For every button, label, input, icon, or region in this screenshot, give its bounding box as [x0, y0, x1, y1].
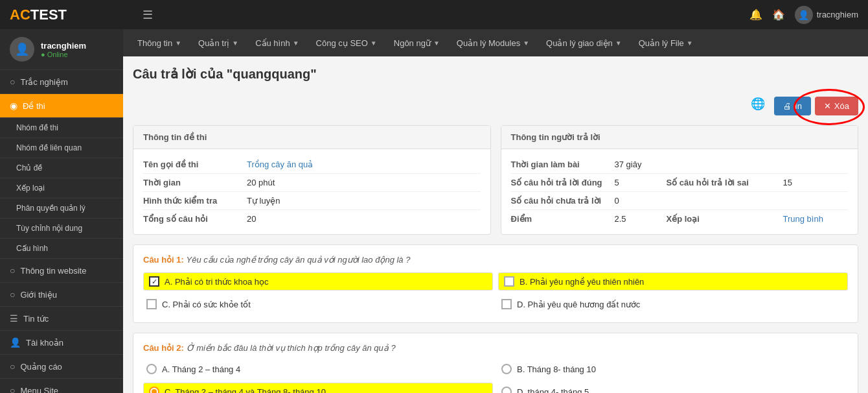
sidebar-status: Online — [41, 51, 86, 58]
sidebar-item-phan-quyen[interactable]: Phân quyền quản lý — [0, 198, 123, 219]
notification-icon[interactable]: 🔔 — [749, 8, 762, 21]
circle-icon: ○ — [10, 361, 15, 372]
exam-info-row-0: Tên gọi đề thi Trồng cây ăn quả — [143, 156, 481, 174]
top-bar: ACTEST ☰ 🔔 🏠 👤 tracnghiem — [0, 0, 868, 29]
nav-quan-tri[interactable]: Quản trị ▼ — [190, 29, 246, 56]
option-0-3: D. Phải yêu quê hương đất nước — [498, 296, 848, 313]
option-0-2: C. Phải có sức khỏe tốt — [143, 296, 493, 313]
sidebar-item-tuy-chinh[interactable]: Tùy chỉnh nội dung — [0, 219, 123, 239]
radio-icon[interactable] — [146, 364, 157, 374]
chevron-down-icon: ▼ — [371, 40, 377, 47]
option-label: D. Phải yêu quê hương đất nước — [517, 300, 640, 309]
checkbox-icon[interactable] — [146, 299, 157, 309]
avatar: 👤 — [795, 6, 813, 24]
sidebar-item-menu-site[interactable]: ○ Menu Site — [0, 379, 123, 393]
sidebar-item-cau-hinh[interactable]: Cấu hình — [0, 239, 123, 259]
option-0-1: B. Phải yêu nghề yêu thiên nhiên — [498, 272, 848, 291]
page-title: Câu trả lời của "quangquang" — [133, 66, 858, 87]
chevron-down-icon: ▼ — [293, 40, 299, 47]
radio-icon[interactable] — [501, 364, 512, 374]
question-text: Yêu cầu của nghề trồng cây ăn quả với ng… — [187, 255, 411, 265]
option-0-0: A. Phải có tri thức khoa học — [143, 272, 493, 291]
sidebar-item-tai-khoan[interactable]: 👤 Tài khoản — [0, 331, 123, 355]
chevron-down-icon: ▼ — [615, 40, 622, 47]
user-icon: 👤 — [10, 337, 21, 348]
question-number: Câu hỏi 2: — [143, 343, 184, 353]
question-number: Câu hỏi 1: — [143, 255, 184, 265]
globe-icon[interactable]: 🌐 — [751, 97, 765, 115]
delete-button[interactable]: ✕ Xóa — [815, 97, 858, 115]
sidebar-item-quang-cao[interactable]: ○ Quảng cáo — [0, 355, 123, 379]
option-label: B. Phải yêu nghề yêu thiên nhiên — [520, 277, 644, 287]
question-header-0: Câu hỏi 1: Yêu cầu của nghề trồng cây ăn… — [143, 255, 848, 265]
respondent-row-1: Số câu hỏi trả lời đúng 5 Số câu hỏi trả… — [511, 174, 849, 192]
sidebar-item-thong-tin-website[interactable]: ○ Thông tin website — [0, 259, 123, 283]
chevron-down-icon: ▼ — [232, 40, 238, 47]
question-text: Ở miền bắc đâu là thời vụ thích hợp trồn… — [187, 343, 396, 353]
sidebar-item-de-thi[interactable]: ◉ Đề thi — [0, 94, 123, 118]
chevron-down-icon: ▼ — [523, 40, 529, 47]
radio-icon[interactable] — [149, 387, 159, 393]
exam-info-body: Tên gọi đề thi Trồng cây ăn quả Thời gia… — [133, 149, 490, 234]
option-label: D. tháng 4- tháng 5 — [517, 387, 589, 394]
home-icon[interactable]: 🏠 — [772, 8, 785, 21]
respondent-row-2: Số câu hỏi chưa trả lời 0 — [511, 192, 849, 210]
options-grid-1: A. Tháng 2 – tháng 4B. Tháng 8- tháng 10… — [143, 361, 848, 393]
question-block-0: Câu hỏi 1: Yêu cầu của nghề trồng cây ăn… — [133, 244, 858, 323]
checkbox-icon[interactable] — [504, 276, 514, 287]
sidebar-item-xep-loai[interactable]: Xếp loại — [0, 178, 123, 198]
nav-thong-tin[interactable]: Thông tin ▼ — [130, 29, 189, 56]
radio-icon[interactable] — [501, 387, 512, 393]
checkbox-icon[interactable] — [501, 299, 512, 309]
nav-quan-ly-modules[interactable]: Quản lý Modules ▼ — [449, 29, 537, 56]
nav-cong-cu-seo[interactable]: Công cụ SEO ▼ — [308, 29, 385, 56]
sidebar-item-nhom-de-thi[interactable]: Nhóm đề thi — [0, 118, 123, 138]
logo-text: ACTEST — [10, 6, 67, 23]
exam-info-row-3: Tổng số câu hỏi 20 — [143, 210, 481, 228]
circle-icon: ○ — [10, 385, 15, 393]
exam-info-panel: Thông tin đề thi Tên gọi đề thi Trồng câ… — [133, 125, 491, 235]
option-1-1: B. Tháng 8- tháng 10 — [498, 361, 848, 377]
option-1-2: C. Tháng 2 – tháng 4 và Tháng 8- tháng 1… — [143, 383, 493, 393]
checkbox-icon[interactable] — [149, 276, 159, 287]
exam-info-title: Thông tin đề thi — [133, 126, 490, 149]
print-icon: 🖨 — [783, 101, 792, 111]
chevron-down-icon: ▼ — [687, 40, 693, 47]
sidebar-item-chu-de[interactable]: Chủ đề — [0, 158, 123, 178]
sidebar-item-trac-nghiem[interactable]: ○ Trắc nghiệm — [0, 70, 123, 94]
sidebar: 👤 tracnghiem Online ○ Trắc nghiệm ◉ Đề t… — [0, 29, 123, 393]
sidebar-user: 👤 tracnghiem Online — [0, 29, 123, 70]
nav-quan-ly-giao-dien[interactable]: Quản lý giao diện ▼ — [538, 29, 630, 56]
avatar: 👤 — [10, 37, 34, 62]
exam-info-row-2: Hình thức kiểm tra Tự luyện — [143, 192, 481, 210]
username: tracnghiem — [817, 10, 858, 19]
hamburger-icon[interactable]: ☰ — [143, 8, 153, 22]
respondent-row-3: Điểm 2.5 Xếp loại Trung bình — [511, 210, 849, 228]
sidebar-item-tin-tuc[interactable]: ☰ Tin tức — [0, 307, 123, 331]
circle-icon: ○ — [10, 265, 15, 276]
top-bar-left: ACTEST ☰ — [10, 6, 153, 23]
questions-container: Câu hỏi 1: Yêu cầu của nghề trồng cây ăn… — [133, 244, 858, 393]
chevron-down-icon: ▼ — [175, 40, 181, 47]
respondent-info-body: Thời gian làm bài 37 giây Số câu hỏi trả… — [501, 149, 858, 234]
options-grid-0: A. Phải có tri thức khoa họcB. Phải yêu … — [143, 272, 848, 313]
option-label: B. Tháng 8- tháng 10 — [517, 364, 596, 374]
option-label: C. Tháng 2 – tháng 4 và Tháng 8- tháng 1… — [165, 387, 326, 394]
option-1-0: A. Tháng 2 – tháng 4 — [143, 361, 493, 377]
circle-icon: ○ — [10, 289, 15, 300]
nav-quan-ly-file[interactable]: Quản lý File ▼ — [631, 29, 701, 56]
sidebar-item-nhom-de-lien-quan[interactable]: Nhóm đề liên quan — [0, 138, 123, 158]
list-icon: ☰ — [10, 313, 18, 324]
user-info[interactable]: 👤 tracnghiem — [795, 6, 858, 24]
nav-bar: Thông tin ▼ Quản trị ▼ Cấu hình ▼ Công c… — [123, 29, 868, 56]
top-bar-right: 🔔 🏠 👤 tracnghiem — [749, 6, 858, 24]
option-1-3: D. tháng 4- tháng 5 — [498, 383, 848, 393]
option-label: C. Phải có sức khỏe tốt — [162, 300, 251, 309]
nav-ngon-ngu[interactable]: Ngôn ngữ ▼ — [386, 29, 448, 56]
print-button[interactable]: 🖨 In — [774, 97, 811, 115]
nav-cau-hinh[interactable]: Cấu hình ▼ — [247, 29, 306, 56]
question-block-1: Câu hỏi 2: Ở miền bắc đâu là thời vụ thí… — [133, 333, 858, 393]
delete-icon: ✕ — [824, 101, 831, 111]
option-label: A. Phải có tri thức khoa học — [165, 277, 269, 287]
sidebar-item-gioi-thieu[interactable]: ○ Giới thiệu — [0, 283, 123, 307]
